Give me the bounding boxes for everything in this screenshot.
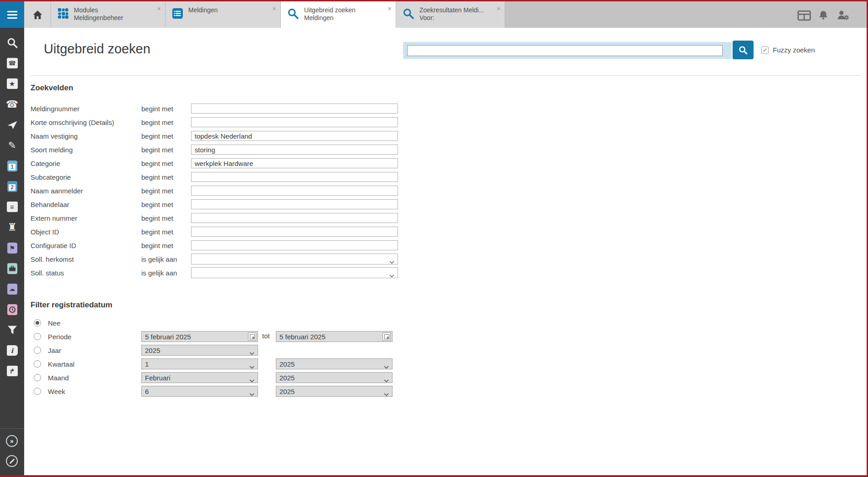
- sidebar-item-time-registration[interactable]: [0, 299, 24, 320]
- checkmark-icon: ✓: [763, 47, 767, 53]
- tab-zoekresultaten[interactable]: Zoekresultaten Meldi...Voor: ×: [396, 1, 505, 28]
- field-input-korte-omschrijving[interactable]: [191, 117, 398, 127]
- field-input-soort-melding[interactable]: [191, 145, 398, 155]
- field-operator: begint met: [141, 214, 191, 222]
- plan-board-icon: ⚑: [7, 243, 17, 254]
- kwartaal-jaar-select[interactable]: 2025: [276, 358, 393, 369]
- field-input-meldingnummer[interactable]: [191, 104, 398, 114]
- field-input-naam-vestiging[interactable]: [191, 131, 398, 141]
- search-button[interactable]: [733, 41, 754, 59]
- menu-button[interactable]: [0, 1, 24, 28]
- sidebar-item-design[interactable]: ✎: [0, 135, 24, 156]
- agenda-icon[interactable]: [797, 9, 811, 23]
- task-board-icon: ≡: [7, 202, 18, 212]
- fuzzy-checkbox[interactable]: ✓: [761, 47, 769, 54]
- tab-meldingen[interactable]: Meldingen ×: [165, 1, 281, 28]
- calendar-icon[interactable]: [248, 332, 256, 341]
- sidebar-item-first-line[interactable]: 1: [0, 156, 24, 176]
- field-input-object-id[interactable]: [191, 227, 398, 237]
- home-button[interactable]: [24, 1, 51, 28]
- second-line-calendar-icon: 2: [7, 181, 17, 192]
- date-to-input[interactable]: 5 februari 2025: [276, 331, 393, 342]
- search-icon: [6, 37, 18, 49]
- tab-uitgebreid-zoeken[interactable]: Uitgebreid zoekenMeldingen ×: [281, 1, 396, 28]
- radio-label: Jaar: [48, 347, 61, 354]
- close-icon[interactable]: ×: [388, 5, 392, 12]
- field-operator: begint met: [141, 105, 191, 113]
- sidebar-item-plan-board[interactable]: ⚑: [0, 238, 24, 258]
- radio-periode[interactable]: [34, 333, 41, 340]
- chevron-down-icon: [249, 363, 254, 370]
- chevron-down-icon: [249, 376, 254, 384]
- sidebar-item-shortcut[interactable]: ↱: [0, 361, 24, 381]
- close-icon[interactable]: ×: [496, 5, 501, 12]
- sidebar-item-call-management[interactable]: ☎: [0, 94, 24, 114]
- field-operator: is gelijk aan: [141, 269, 191, 277]
- radio-maand[interactable]: [34, 374, 41, 381]
- field-operator: begint met: [141, 187, 191, 195]
- field-select-soll-status[interactable]: [191, 267, 398, 278]
- field-input-subcategorie[interactable]: [191, 172, 398, 182]
- card-file-icon: ☎: [7, 58, 18, 68]
- field-input-configuratie-id[interactable]: [191, 240, 398, 250]
- paper-plane-icon: [7, 119, 18, 130]
- field-select-soll-herkomst[interactable]: [191, 254, 398, 264]
- sidebar-item-project-board[interactable]: ☁: [0, 279, 24, 299]
- field-input-behandelaar[interactable]: [191, 199, 398, 209]
- field-operator: begint met: [141, 146, 191, 154]
- compass-icon[interactable]: [6, 455, 18, 467]
- maand-jaar-select[interactable]: 2025: [276, 372, 393, 383]
- sidebar-item-send[interactable]: [0, 114, 24, 135]
- fuzzy-checkbox-label: Fuzzy zoeken: [773, 47, 815, 54]
- radio-label: Periode: [48, 333, 72, 341]
- sidebar-item-resource-plan[interactable]: [0, 258, 24, 279]
- calendar-icon[interactable]: [382, 332, 391, 341]
- radio-week[interactable]: [34, 388, 41, 395]
- sidebar-item-task-board[interactable]: ≡: [0, 197, 24, 217]
- chevron-down-icon: [249, 390, 254, 398]
- week-select[interactable]: 6: [141, 386, 258, 397]
- user-settings-icon[interactable]: [836, 9, 850, 23]
- tab-label: Zoekresultaten Meldi...: [419, 6, 484, 14]
- chevron-down-icon: [249, 349, 254, 357]
- time-registration-icon: [7, 304, 17, 315]
- radio-kwartaal[interactable]: [34, 360, 41, 368]
- kwartaal-select[interactable]: 1: [141, 358, 258, 369]
- maand-select[interactable]: Februari: [141, 372, 258, 383]
- tab-modules-meldingenbeheer[interactable]: ModulesMeldingenbeheer ×: [51, 1, 165, 28]
- sidebar-item-filter[interactable]: [0, 320, 24, 340]
- sidebar-item-search[interactable]: [0, 32, 24, 53]
- tab-label-2: Voor:: [419, 14, 434, 21]
- close-icon[interactable]: ×: [157, 5, 161, 12]
- sidebar-item-knowledge-base[interactable]: i: [0, 340, 24, 361]
- jaar-select[interactable]: 2025: [141, 345, 258, 356]
- sidebar-item-card-file[interactable]: ☎: [0, 53, 24, 73]
- field-input-categorie[interactable]: [191, 158, 398, 168]
- sidebar-item-second-line[interactable]: 2: [0, 176, 24, 197]
- field-input-extern-nummer[interactable]: [191, 213, 398, 223]
- sidebar-item-favorites[interactable]: ★: [0, 73, 24, 94]
- knowledge-base-icon: i: [7, 345, 18, 356]
- week-jaar-select[interactable]: 2025: [276, 386, 393, 397]
- window-frame-bottom: [0, 475, 868, 477]
- field-label: Object ID: [31, 228, 141, 236]
- radio-nee[interactable]: [34, 319, 41, 327]
- field-label: Categorie: [31, 160, 141, 167]
- field-input-naam-aanmelder[interactable]: [191, 186, 398, 196]
- tab-label-2: Meldingen: [304, 14, 334, 21]
- field-operator: begint met: [141, 242, 191, 249]
- radio-jaar[interactable]: [34, 347, 41, 354]
- field-label: Behandelaar: [31, 201, 141, 208]
- expand-icon[interactable]: »: [6, 435, 18, 447]
- field-label: Extern nummer: [31, 214, 141, 222]
- operations-tower-icon: ♜: [7, 221, 17, 233]
- bell-icon[interactable]: [818, 9, 829, 23]
- tab-label: Modules: [74, 6, 98, 14]
- search-input[interactable]: [407, 45, 723, 56]
- sidebar-item-operations[interactable]: ♜: [0, 217, 24, 238]
- list-icon: [172, 8, 183, 21]
- project-board-icon: ☁: [7, 284, 17, 295]
- filter-option-jaar: Jaar 2025: [31, 344, 714, 357]
- close-icon[interactable]: ×: [272, 5, 276, 12]
- date-from-input[interactable]: 5 februari 2025: [141, 331, 258, 342]
